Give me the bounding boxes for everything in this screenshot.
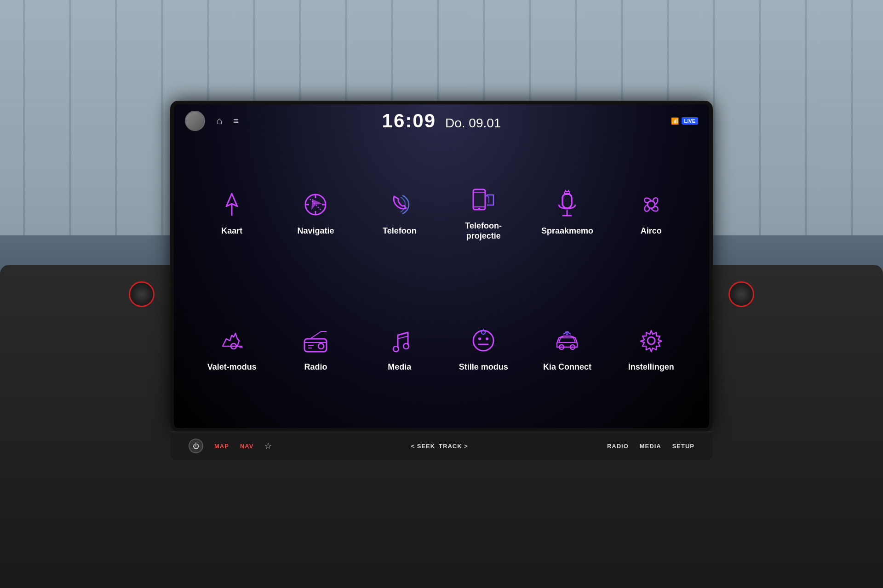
svg-point-33 (393, 346, 399, 352)
kaart-label: Kaart (221, 226, 242, 236)
menu-item-telefoon[interactable]: Telefoon (360, 147, 439, 278)
svg-rect-17 (562, 194, 572, 208)
svg-point-38 (486, 337, 488, 340)
menu-item-kaart[interactable]: Kaart (192, 147, 271, 278)
svg-point-44 (648, 337, 655, 344)
telefoon-label: Telefoon (383, 226, 417, 236)
svg-line-31 (310, 331, 321, 339)
telefoon-icon (381, 188, 418, 221)
menu-item-navigatie[interactable]: Navigatie (276, 147, 355, 278)
svg-point-43 (566, 333, 568, 335)
home-icon[interactable]: ⌂ (216, 115, 222, 127)
left-knob[interactable] (129, 281, 155, 307)
time-date-display: 16:09 Do. 09.01 (382, 110, 501, 132)
radio-label: Radio (304, 362, 327, 372)
valet-modus-label: Valet-modus (207, 362, 257, 372)
menu-item-valet-modus[interactable]: Valet-modus (192, 283, 271, 414)
svg-point-34 (403, 343, 409, 349)
svg-marker-8 (307, 196, 322, 210)
car-surround: ⌂ ≡ 16:09 Do. 09.01 📶 LIVE (0, 0, 883, 588)
track-forward-button[interactable]: TRACK > (439, 443, 468, 450)
svg-point-37 (478, 337, 481, 340)
instellingen-icon (633, 325, 670, 357)
svg-line-35 (398, 336, 408, 339)
telefoon-projectie-icon (465, 183, 502, 216)
kaart-icon (213, 188, 250, 221)
nav-button[interactable]: NAV (240, 443, 253, 450)
menu-grid: Kaart (174, 137, 709, 428)
live-badge: LIVE (682, 117, 698, 125)
avatar[interactable] (185, 111, 205, 131)
menu-item-spraakmemo[interactable]: Spraakmemo (528, 147, 607, 278)
right-button-group: RADIO MEDIA SETUP (607, 443, 694, 450)
top-bar: ⌂ ≡ 16:09 Do. 09.01 📶 LIVE (174, 104, 709, 137)
map-button[interactable]: MAP (214, 443, 229, 450)
right-knob[interactable] (728, 281, 754, 307)
menu-item-instellingen[interactable]: Instellingen (612, 283, 691, 414)
svg-point-21 (648, 201, 655, 208)
menu-item-stille-modus[interactable]: Stille modus (444, 283, 523, 414)
media-icon (381, 325, 418, 357)
navigatie-label: Navigatie (297, 226, 334, 236)
power-button[interactable]: ⏻ (189, 439, 203, 453)
menu-item-telefoon-projectie[interactable]: Telefoon-projectie (444, 147, 523, 278)
infotainment-screen: ⌂ ≡ 16:09 Do. 09.01 📶 LIVE (170, 101, 713, 432)
controls-wrapper: ⌂ ≡ 16:09 Do. 09.01 📶 LIVE (170, 128, 713, 460)
media-button[interactable]: MEDIA (640, 443, 661, 450)
svg-point-36 (473, 331, 493, 351)
valet-modus-icon (213, 325, 250, 357)
radio-button[interactable]: RADIO (607, 443, 629, 450)
media-label: Media (388, 362, 411, 372)
signal-icon: 📶 (671, 117, 679, 125)
seek-back-button[interactable]: < SEEK (411, 443, 435, 450)
spraakmemo-icon (549, 188, 585, 221)
setup-button[interactable]: SETUP (672, 443, 694, 450)
clock: 16:09 (382, 110, 436, 132)
menu-item-airco[interactable]: Airco (612, 147, 691, 278)
telefoon-projectie-label: Telefoon-projectie (465, 221, 502, 241)
left-button-group: ⏻ MAP NAV ☆ (189, 439, 272, 453)
bottom-controls-bar: ⏻ MAP NAV ☆ < SEEK TRACK > RADIO MEDIA S… (170, 432, 713, 460)
kia-connect-icon (549, 325, 585, 357)
navigatie-icon (297, 188, 334, 221)
svg-point-12 (478, 208, 480, 210)
screen: ⌂ ≡ 16:09 Do. 09.01 📶 LIVE (174, 104, 709, 428)
radio-icon (297, 325, 334, 357)
top-right-status: 📶 LIVE (671, 117, 698, 125)
menu-icon[interactable]: ≡ (233, 116, 240, 126)
menu-item-radio[interactable]: Radio (276, 283, 355, 414)
stille-modus-icon (465, 325, 502, 357)
airco-icon (633, 188, 670, 221)
kia-connect-label: Kia Connect (543, 362, 591, 372)
favorite-button[interactable]: ☆ (264, 441, 272, 451)
airco-label: Airco (641, 226, 662, 236)
stille-modus-label: Stille modus (459, 362, 508, 372)
date: Do. 09.01 (445, 116, 501, 131)
svg-point-28 (318, 343, 324, 349)
seek-track-group: < SEEK TRACK > (411, 443, 468, 450)
menu-item-kia-connect[interactable]: Kia Connect (528, 283, 607, 414)
top-left-controls: ⌂ ≡ (185, 111, 240, 131)
instellingen-label: Instellingen (628, 362, 674, 372)
menu-item-media[interactable]: Media (360, 283, 439, 414)
spraakmemo-label: Spraakmemo (541, 226, 593, 236)
